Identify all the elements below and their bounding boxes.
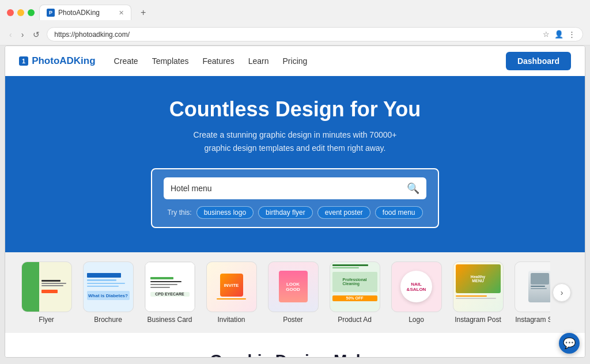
nav-templates[interactable]: Templates (152, 56, 189, 66)
logo[interactable]: 1 PhotoADKing (19, 55, 96, 67)
category-invitation[interactable]: INVITE Invitation (204, 261, 259, 324)
nav-create[interactable]: Create (114, 56, 138, 66)
category-business-card[interactable]: CPD EYECARE Business Card (142, 261, 197, 324)
category-product-ad[interactable]: ProfessionalCleaning 50% OFF Product Ad (327, 261, 382, 324)
logo-icon: 1 (19, 56, 28, 66)
search-button[interactable]: 🔍 (407, 182, 419, 195)
back-button[interactable]: ‹ (7, 29, 14, 40)
browser-addressbar: ‹ › ↺ https://photoadking.com/ ☆ 👤 ⋮ (0, 25, 590, 45)
chip-birthday-flyer[interactable]: birthday flyer (258, 206, 313, 219)
browser-titlebar: P PhotoADKing ✕ + (0, 0, 590, 25)
product-ad-label: Product Ad (338, 316, 372, 324)
poster-label: Poster (283, 316, 303, 324)
search-input-row: 🔍 (164, 177, 426, 199)
logo-image: NAIL&SALON (391, 261, 442, 312)
search-input[interactable] (171, 184, 407, 193)
hero-section: Countless Design for You Create a stunni… (5, 76, 585, 252)
try-this-label: Try this: (167, 208, 191, 217)
address-bar[interactable]: https://photoadking.com/ ☆ 👤 ⋮ (47, 27, 583, 41)
chip-business-logo[interactable]: business logo (196, 206, 254, 219)
product-ad-image: ProfessionalCleaning 50% OFF (330, 261, 380, 312)
next-button[interactable]: › (553, 283, 571, 302)
poster-image: LOOKGOOD (268, 261, 319, 312)
account-icon: 👤 (554, 30, 563, 39)
website-content: 1 PhotoADKing Create Templates Features … (5, 46, 585, 358)
instagram-story-label: Instagram Story (515, 316, 550, 324)
bookmark-icon: ☆ (543, 30, 550, 39)
logo-label: Logo (409, 316, 424, 324)
invitation-label: Invitation (217, 316, 245, 324)
nav-links: Create Templates Features Learn Pricing (114, 56, 506, 66)
category-flyer[interactable]: Flyer (19, 261, 74, 324)
category-instagram-post[interactable]: HealthyMENU Instagram Post (451, 261, 505, 324)
instagram-story-image (515, 261, 551, 312)
brochure-image: What is Diabetes? (83, 261, 134, 312)
new-tab-button[interactable]: + (136, 5, 150, 20)
hero-title: Countless Design for You (19, 97, 571, 122)
browser-chrome: P PhotoADKing ✕ + ‹ › ↺ https://photoadk… (0, 0, 590, 46)
search-container: 🔍 Try this: business logo birthday flyer… (151, 168, 439, 228)
business-card-label: Business Card (147, 316, 192, 324)
nav-learn[interactable]: Learn (248, 56, 269, 66)
try-this-row: Try this: business logo birthday flyer e… (164, 206, 426, 219)
logo-text: PhotoADKing (32, 55, 95, 67)
menu-icon: ⋮ (568, 30, 576, 39)
close-dot[interactable] (7, 9, 14, 16)
hero-subtitle: Create a stunning graphic design in minu… (19, 128, 571, 154)
browser-tab[interactable]: P PhotoADKing ✕ (39, 5, 131, 20)
maximize-dot[interactable] (28, 9, 35, 16)
instagram-post-image: HealthyMENU (453, 261, 504, 312)
bottom-section: Graphic Design Maker Make professional g… (5, 333, 585, 358)
chip-food-menu[interactable]: food menu (375, 206, 423, 219)
forward-button[interactable]: › (19, 29, 27, 40)
category-brochure[interactable]: What is Diabetes? Brochure (81, 261, 135, 324)
tab-label: PhotoADKing (58, 9, 100, 17)
invitation-image: INVITE (206, 261, 257, 312)
tab-favicon: P (47, 9, 55, 17)
category-logo[interactable]: NAIL&SALON Logo (389, 261, 444, 324)
category-instagram-story[interactable]: Instagram Story (512, 261, 550, 324)
chip-event-poster[interactable]: event poster (317, 206, 370, 219)
brochure-label: Brochure (94, 316, 122, 324)
url-text: https://photoadking.com/ (54, 31, 543, 39)
refresh-button[interactable]: ↺ (31, 29, 42, 40)
categories-scroll: Flyer What is Diabetes? Brochure (19, 261, 550, 324)
flyer-label: Flyer (39, 316, 54, 324)
business-card-image: CPD EYECARE (145, 261, 195, 312)
instagram-post-label: Instagram Post (455, 316, 501, 324)
minimize-dot[interactable] (17, 9, 24, 16)
flyer-image (21, 261, 72, 312)
address-bar-icons: ☆ 👤 ⋮ (543, 30, 576, 39)
categories-wrapper: Flyer What is Diabetes? Brochure (19, 261, 571, 324)
chat-bubble[interactable]: 💬 (559, 333, 580, 354)
category-poster[interactable]: LOOKGOOD Poster (266, 261, 320, 324)
bottom-title: Graphic Design Maker (19, 351, 571, 358)
categories-section: Flyer What is Diabetes? Brochure (5, 252, 585, 333)
nav-features[interactable]: Features (202, 56, 234, 66)
tab-close-icon[interactable]: ✕ (119, 9, 124, 17)
dashboard-button[interactable]: Dashboard (506, 52, 571, 70)
nav-pricing[interactable]: Pricing (283, 56, 308, 66)
navbar: 1 PhotoADKing Create Templates Features … (5, 46, 585, 76)
browser-dots (7, 9, 35, 16)
